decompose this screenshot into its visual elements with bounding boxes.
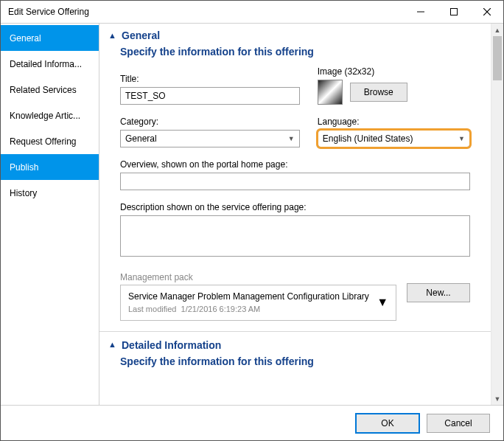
management-pack-modified-prefix: Last modified bbox=[128, 305, 176, 313]
scroll-down-button[interactable]: ▼ bbox=[491, 392, 503, 405]
browse-button[interactable]: Browse bbox=[350, 83, 407, 102]
title-input[interactable] bbox=[120, 87, 300, 105]
section-title: Detailed Information bbox=[122, 339, 221, 351]
language-value: English (United States) bbox=[323, 133, 413, 144]
content-area: ▲ General Specify the information for th… bbox=[99, 24, 491, 405]
scroll-thumb[interactable] bbox=[493, 36, 502, 80]
sidebar-item-label: History bbox=[10, 188, 37, 198]
minimize-button[interactable] bbox=[404, 1, 437, 23]
sidebar-item-label: Detailed Informa... bbox=[10, 59, 82, 69]
cancel-button[interactable]: Cancel bbox=[427, 414, 490, 433]
sidebar: General Detailed Informa... Related Serv… bbox=[1, 24, 99, 405]
category-value: General bbox=[125, 133, 157, 144]
maximize-button[interactable] bbox=[437, 1, 470, 23]
overview-input[interactable] bbox=[120, 173, 470, 190]
ok-button[interactable]: OK bbox=[356, 414, 419, 433]
vertical-scrollbar[interactable]: ▲ ▼ bbox=[491, 24, 503, 405]
window-title: Edit Service Offering bbox=[8, 7, 89, 17]
description-label: Description shown on the service offerin… bbox=[120, 202, 470, 212]
overview-label: Overview, shown on the portal home page: bbox=[120, 159, 470, 170]
section-title: General bbox=[122, 29, 160, 41]
dialog-body: General Detailed Informa... Related Serv… bbox=[1, 23, 503, 405]
management-pack-select[interactable]: Service Manager Problem Management Confi… bbox=[120, 285, 396, 321]
sidebar-item-label: Related Services bbox=[10, 85, 77, 95]
sidebar-item-label: Publish bbox=[10, 162, 38, 173]
management-pack-label: Management pack bbox=[120, 272, 193, 282]
language-select[interactable]: English (United States) ▼ bbox=[318, 130, 470, 147]
scroll-up-button[interactable]: ▲ bbox=[491, 24, 503, 36]
sidebar-item-knowledge-articles[interactable]: Knowledge Artic... bbox=[1, 103, 99, 128]
chevron-down-icon: ▼ bbox=[458, 135, 465, 142]
window-controls bbox=[404, 1, 503, 23]
chevron-up-icon: ▲ bbox=[108, 341, 116, 349]
sidebar-item-label: General bbox=[10, 33, 41, 44]
image-thumbnail bbox=[318, 80, 343, 105]
sidebar-item-label: Request Offering bbox=[10, 136, 77, 147]
section-header-general[interactable]: ▲ General bbox=[99, 24, 491, 43]
section-divider bbox=[99, 331, 491, 332]
close-button[interactable] bbox=[470, 1, 503, 23]
sidebar-item-detailed-information[interactable]: Detailed Informa... bbox=[1, 51, 99, 77]
chevron-down-icon: ▼ bbox=[288, 135, 295, 142]
category-select[interactable]: General ▼ bbox=[120, 130, 300, 147]
image-label: Image (32x32) bbox=[318, 66, 470, 77]
description-input[interactable] bbox=[120, 215, 470, 257]
titlebar: Edit Service Offering bbox=[1, 1, 503, 23]
section-subtitle: Specify the information for this offerin… bbox=[99, 43, 491, 66]
dialog-footer: OK Cancel bbox=[1, 405, 503, 440]
new-management-pack-button[interactable]: New... bbox=[407, 283, 470, 302]
section-subtitle: Specify the information for this offerin… bbox=[99, 353, 491, 376]
section-header-detailed[interactable]: ▲ Detailed Information bbox=[99, 333, 491, 353]
language-label: Language: bbox=[318, 117, 470, 127]
sidebar-item-related-services[interactable]: Related Services bbox=[1, 77, 99, 103]
management-pack-name: Service Manager Problem Management Confi… bbox=[128, 290, 369, 303]
category-label: Category: bbox=[120, 117, 300, 127]
general-form: Title: Image (32x32) Browse bbox=[99, 66, 491, 321]
chevron-down-icon: ▼ bbox=[377, 296, 388, 309]
sidebar-item-label: Knowledge Artic... bbox=[10, 111, 80, 121]
edit-service-offering-window: Edit Service Offering General Detailed I… bbox=[0, 0, 504, 441]
title-label: Title: bbox=[120, 74, 300, 84]
main-panel: ▲ General Specify the information for th… bbox=[99, 24, 503, 405]
sidebar-item-request-offering[interactable]: Request Offering bbox=[1, 128, 99, 154]
chevron-up-icon: ▲ bbox=[108, 32, 116, 40]
svg-rect-1 bbox=[450, 9, 457, 15]
sidebar-item-history[interactable]: History bbox=[1, 180, 99, 206]
management-pack-modified: 1/21/2016 6:19:23 AM bbox=[181, 305, 261, 313]
sidebar-item-publish[interactable]: Publish bbox=[1, 154, 99, 180]
sidebar-item-general[interactable]: General bbox=[1, 25, 99, 51]
